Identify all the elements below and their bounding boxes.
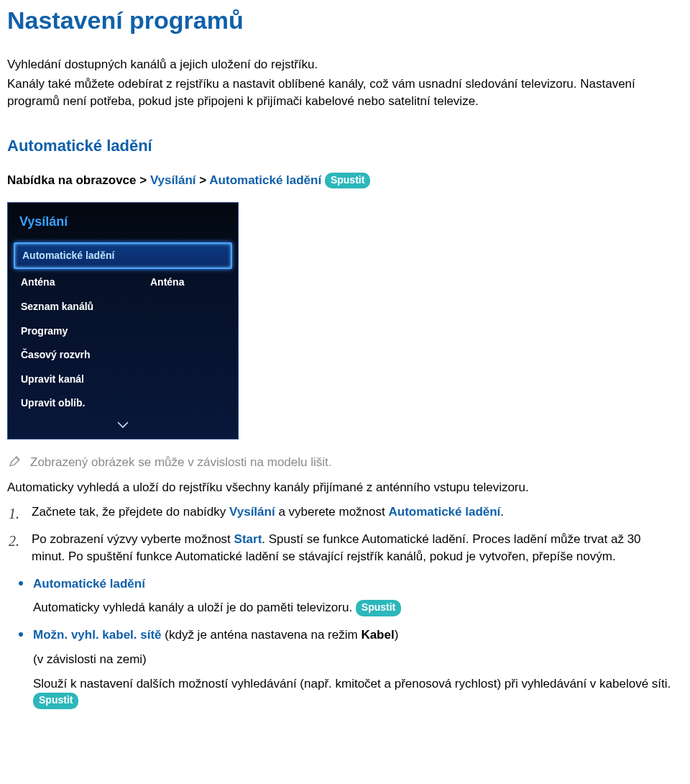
sub-options-list: Automatické ladění Automaticky vyhledá k… xyxy=(7,575,674,710)
menu-item-label: Časový rozvrh xyxy=(21,348,150,363)
step1-text-b: a vyberete možnost xyxy=(275,505,389,519)
try-now-badge[interactable]: Spustit xyxy=(356,600,401,616)
menu-item-label: Upravit kanál xyxy=(21,373,150,387)
breadcrumb-root: Nabídka na obrazovce xyxy=(7,173,137,187)
steps-list: Začnete tak, že přejdete do nabídky Vysí… xyxy=(7,503,674,565)
tv-menu-panel: Vysílání Automatické ladění Anténa Antén… xyxy=(7,202,239,439)
breadcrumb-sep: > xyxy=(139,173,150,187)
section-heading: Automatické ladění xyxy=(7,135,674,158)
auto-search-desc: Automaticky vyhledá a uloží do rejstříku… xyxy=(7,479,674,496)
chevron-down-icon[interactable] xyxy=(8,416,238,439)
breadcrumb: Nabídka na obrazovce > Vysílání > Automa… xyxy=(7,172,674,189)
sub-cable-desc-text: Slouží k nastavení dalších možností vyhl… xyxy=(33,677,671,690)
step2-text-a: Po zobrazení výzvy vyberte možnost xyxy=(32,532,234,546)
menu-item-label: Anténa xyxy=(21,275,150,290)
sub-cable-title-line: Možn. vyhl. kabel. sítě (když je anténa … xyxy=(33,626,674,644)
breadcrumb-b: Automatické ladění xyxy=(209,173,321,187)
sub-auto-tune-desc: Automaticky vyhledá kanály a uloží je do… xyxy=(33,599,674,616)
step1-text-c: . xyxy=(500,505,504,519)
breadcrumb-a: Vysílání xyxy=(150,173,196,187)
sub-cable-country-note: (v závislosti na zemi) xyxy=(33,651,674,668)
step2-term: Start xyxy=(234,532,262,546)
model-note: Zobrazený obrázek se může v závislosti n… xyxy=(7,454,674,471)
intro-line-1: Vyhledání dostupných kanálů a jejich ulo… xyxy=(7,56,674,73)
intro-block: Vyhledání dostupných kanálů a jejich ulo… xyxy=(7,56,674,110)
try-now-badge[interactable]: Spustit xyxy=(325,173,370,189)
sub-auto-tune-desc-text: Automaticky vyhledá kanály a uloží je do… xyxy=(33,601,356,614)
intro-line-2: Kanály také můžete odebírat z rejstříku … xyxy=(7,76,674,110)
menu-item-antenna[interactable]: Anténa Anténa xyxy=(8,270,238,295)
menu-item-label: Upravit oblíb. xyxy=(21,396,150,411)
step1-term-a: Vysílání xyxy=(229,505,275,519)
menu-item-edit-channel[interactable]: Upravit kanál xyxy=(8,368,238,392)
sub-cable-title-d: ) xyxy=(395,628,399,642)
menu-item-channel-list[interactable]: Seznam kanálů xyxy=(8,295,238,319)
sub-auto-tune-title: Automatické ladění xyxy=(33,575,674,593)
pencil-icon xyxy=(9,456,20,468)
sub-cable-mode: Kabel xyxy=(361,628,394,642)
menu-item-schedule[interactable]: Časový rozvrh xyxy=(8,343,238,368)
menu-item-auto-tune[interactable]: Automatické ladění xyxy=(14,242,232,270)
sub-cable-title: Možn. vyhl. kabel. sítě xyxy=(33,628,162,642)
menu-item-guide[interactable]: Programy xyxy=(8,319,238,344)
menu-item-label: Programy xyxy=(21,324,150,339)
page-title: Nastavení programů xyxy=(7,4,674,38)
menu-item-label: Automatické ladění xyxy=(22,249,152,263)
sub-cable-desc: Slouží k nastavení dalších možností vyhl… xyxy=(33,675,674,710)
try-now-badge[interactable]: Spustit xyxy=(33,693,78,709)
sub-auto-tune: Automatické ladění Automaticky vyhledá k… xyxy=(19,575,674,617)
menu-item-edit-fav[interactable]: Upravit oblíb. xyxy=(8,391,238,416)
step-1: Začnete tak, že přejdete do nabídky Vysí… xyxy=(32,503,674,521)
sub-cable-title-b: (když je anténa nastavena na režim xyxy=(162,628,362,642)
step-2: Po zobrazení výzvy vyberte možnost Start… xyxy=(32,531,674,565)
sub-cable-options: Možn. vyhl. kabel. sítě (když je anténa … xyxy=(19,626,674,709)
menu-item-value: Anténa xyxy=(150,275,184,290)
step1-term-b: Automatické ladění xyxy=(388,505,500,519)
model-note-text: Zobrazený obrázek se může v závislosti n… xyxy=(30,454,332,471)
tv-menu-title: Vysílání xyxy=(8,203,238,242)
menu-item-label: Seznam kanálů xyxy=(21,300,150,314)
breadcrumb-sep: > xyxy=(199,173,209,187)
step1-text-a: Začnete tak, že přejdete do nabídky xyxy=(32,505,229,519)
